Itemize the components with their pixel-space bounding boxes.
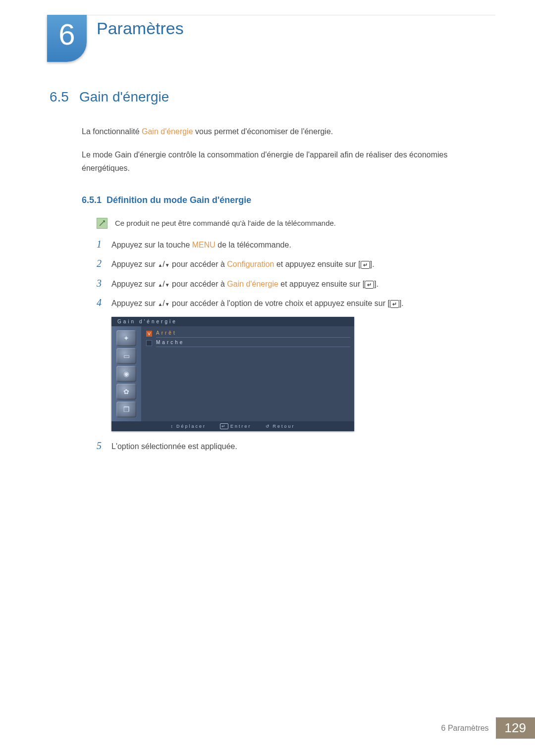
page-content: 6.5Gain d'énergie La fonctionnalité Gain… [50,89,495,460]
subsection-title: 6.5.1Définition du mode Gain d'énergie [82,195,495,205]
note-row: Ce produit ne peut être commandé qu'à l'… [97,218,495,229]
osd-sidebar-icon: ▭ [116,348,136,364]
arrow-down-icon [165,280,170,288]
step-list: 1 Appuyez sur la touche MENU de la téléc… [97,239,495,310]
osd-option[interactable]: V Arrêt [146,329,350,339]
osd-main: V Arrêt Marche [141,326,354,421]
enter-icon [365,281,374,289]
highlight-text: Gain d'énergie [142,127,193,136]
osd-hint-move: Déplacer [170,424,206,429]
note-icon [97,218,107,229]
footer-chapter-label: 6 Paramètres [434,717,496,739]
osd-option-label: Marche [156,340,350,347]
list-item: 3 Appuyez sur / pour accéder à Gain d'én… [97,278,495,291]
osd-sidebar-icon: ❐ [116,402,136,417]
osd-sidebar: ✦ ▭ ◉ ✿ ❐ [111,326,141,421]
arrow-down-icon [165,260,170,268]
page-footer: 6 Paramètres 129 [434,717,535,739]
list-item: 4 Appuyez sur / pour accéder à l'option … [97,297,495,310]
osd-hint-return: Retour [266,424,295,429]
section-desc: Le mode Gain d'énergie contrôle la conso… [82,148,495,175]
section-number: 6.5 [50,89,79,105]
header-divider [50,15,495,15]
enter-icon [390,300,399,308]
osd-menu: Gain d'énergie ✦ ▭ ◉ ✿ ❐ V Arrêt Marche [111,317,354,431]
check-icon: V [146,331,152,337]
chapter-number: 6 [58,17,75,51]
arrow-up-icon [158,260,162,268]
unchecked-icon [146,340,152,346]
osd-sidebar-icon: ✿ [116,384,136,400]
chapter-badge: 6 [47,15,87,62]
list-item: 1 Appuyez sur la touche MENU de la téléc… [97,239,495,252]
list-item: 2 Appuyez sur / pour accéder à Configura… [97,258,495,271]
enter-icon [361,261,370,269]
subsection-number: 6.5.1 [82,195,102,205]
osd-option[interactable]: Marche [146,339,350,348]
arrow-up-icon [158,299,162,307]
section-intro: La fonctionnalité Gain d'énergie vous pe… [82,125,495,138]
chapter-title: Paramètres [97,19,184,38]
osd-option-label: Arrêt [156,330,350,338]
osd-hint-enter: Entrer [220,424,252,429]
osd-sidebar-icon: ✦ [116,330,136,346]
arrow-down-icon [165,299,170,307]
osd-body: ✦ ▭ ◉ ✿ ❐ V Arrêt Marche [111,326,354,421]
section-title: 6.5Gain d'énergie [50,89,495,105]
osd-title: Gain d'énergie [111,317,354,326]
note-text: Ce produit ne peut être commandé qu'à l'… [115,219,336,227]
page-number: 129 [496,717,535,739]
subsection-name: Définition du mode Gain d'énergie [107,195,251,205]
arrow-up-icon [158,280,162,288]
section-name: Gain d'énergie [79,89,169,104]
osd-footer: Déplacer Entrer Retour [111,421,354,431]
list-item: 5 L'option sélectionnée est appliquée. [97,440,495,453]
osd-sidebar-icon: ◉ [116,366,136,382]
step-list-continued: 5 L'option sélectionnée est appliquée. [97,440,495,453]
